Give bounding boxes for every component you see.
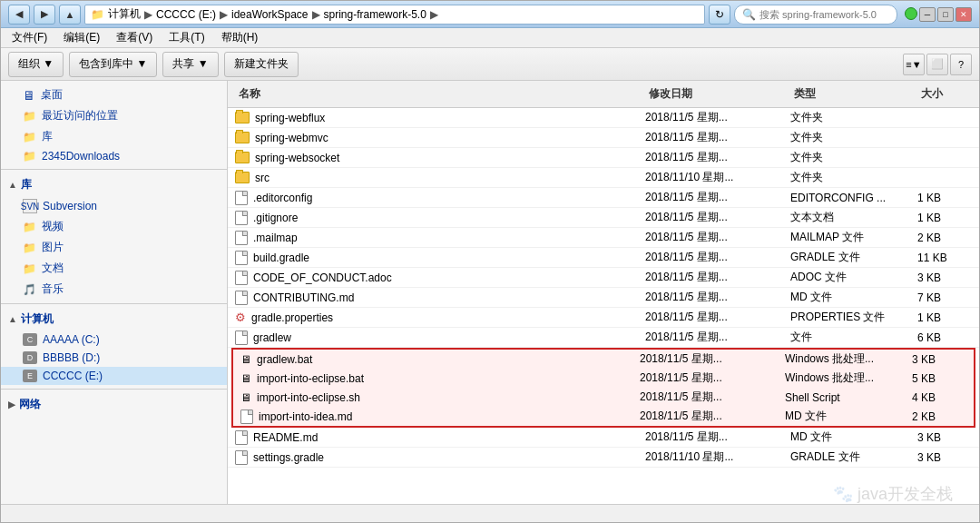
sidebar-item-drive-a[interactable]: C AAAAA (C:) (1, 331, 227, 349)
file-row-spring-webmvc[interactable]: spring-webmvc 2018/11/5 星期... 文件夹 (228, 128, 979, 148)
sidebar-item-images[interactable]: 📁 图片 (1, 237, 227, 258)
file-size-import-eclipse-bat: 5 KB (912, 372, 966, 385)
file-row-contributing[interactable]: CONTRIBUTING.md 2018/11/5 星期... MD 文件 7 … (228, 288, 979, 308)
search-icon: 🔍 (742, 8, 756, 21)
breadcrumb-drive[interactable]: CCCCC (E:) (156, 8, 216, 21)
file-name-cell: CONTRIBUTING.md (235, 291, 645, 305)
sidebar-section-library-label: 库 (21, 177, 32, 192)
file-row-import-eclipse-sh[interactable]: 🖥 import-into-eclipse.sh 2018/11/5 星期...… (233, 388, 974, 407)
sidebar-section-network[interactable]: ▶ 网络 (1, 393, 227, 416)
file-name-cell: gradlew (235, 331, 645, 345)
address-bar[interactable]: 📁 计算机 ▶ CCCCC (E:) ▶ ideaWorkSpace ▶ spr… (84, 5, 705, 25)
file-type-src: 文件夹 (790, 170, 917, 185)
sidebar-item-desktop[interactable]: 🖥 桌面 (1, 84, 227, 105)
file-date-import-eclipse-sh: 2018/11/5 星期... (640, 390, 785, 405)
file-row-src[interactable]: src 2018/11/10 星期... 文件夹 (228, 168, 979, 188)
sidebar-item-music[interactable]: 🎵 音乐 (1, 279, 227, 300)
sidebar-item-recent[interactable]: 📁 最近访问的位置 (1, 105, 227, 126)
file-name-cell: ⚙ gradle.properties (235, 311, 645, 324)
file-name-websocket: spring-websocket (255, 152, 339, 164)
organize-button[interactable]: 组织 ▼ (8, 52, 64, 77)
search-bar[interactable]: 🔍 (734, 5, 897, 25)
menu-file[interactable]: 文件(F) (5, 28, 54, 47)
file-type-gradle-properties: PROPERTIES 文件 (790, 310, 917, 325)
search-input[interactable] (760, 9, 887, 20)
file-row-gradle-properties[interactable]: ⚙ gradle.properties 2018/11/5 星期... PROP… (228, 308, 979, 328)
minimize-button[interactable]: ─ (919, 7, 936, 22)
menu-bar: 文件(F) 编辑(E) 查看(V) 工具(T) 帮助(H) (1, 28, 979, 48)
share-button[interactable]: 共享 ▼ (162, 52, 218, 77)
breadcrumb-workspace[interactable]: ideaWorkSpace (231, 8, 309, 21)
music-icon: 🎵 (23, 283, 36, 296)
sidebar-divider-2 (1, 303, 227, 304)
menu-view[interactable]: 查看(V) (109, 28, 160, 47)
file-row-spring-websocket[interactable]: spring-websocket 2018/11/5 星期... 文件夹 (228, 148, 979, 168)
view-toggle-button[interactable]: ≡▼ (903, 54, 925, 75)
menu-edit[interactable]: 编辑(E) (56, 28, 107, 47)
file-row-code-of-conduct[interactable]: CODE_OF_CONDUCT.adoc 2018/11/5 星期... ADO… (228, 268, 979, 288)
file-name-webmvc: spring-webmvc (255, 132, 328, 144)
sidebar-section-computer[interactable]: ▲ 计算机 (1, 308, 227, 331)
separator-4: ▶ (430, 8, 438, 21)
file-size-contributing: 7 KB (917, 291, 972, 304)
back-button[interactable]: ◀ (8, 5, 30, 25)
menu-help[interactable]: 帮助(H) (214, 28, 266, 47)
sidebar-item-drive-c[interactable]: E CCCCC (E:) (1, 367, 227, 385)
file-type-build-gradle: GRADLE 文件 (790, 250, 917, 265)
file-row-editorconfig[interactable]: .editorconfig 2018/11/5 星期... EDITORCONF… (228, 188, 979, 208)
file-row-build-gradle[interactable]: build.gradle 2018/11/5 星期... GRADLE 文件 1… (228, 248, 979, 268)
file-date-settings-gradle: 2018/11/10 星期... (645, 449, 790, 465)
bat-icon-gradlew: 🖥 (240, 353, 251, 366)
file-list-header: 名称 修改日期 类型 大小 (228, 81, 979, 108)
file-name-settings-gradle: settings.gradle (253, 451, 324, 464)
file-row-readme[interactable]: README.md 2018/11/5 星期... MD 文件 3 KB (228, 428, 979, 448)
file-type-websocket: 文件夹 (790, 150, 917, 165)
breadcrumb-current[interactable]: spring-framework-5.0 (324, 8, 426, 21)
file-icon-settings-gradle (235, 450, 248, 465)
forward-button[interactable]: ▶ (34, 5, 55, 25)
sidebar-item-drive-b[interactable]: D BBBBB (D:) (1, 349, 227, 367)
sidebar-item-documents[interactable]: 📁 文档 (1, 258, 227, 279)
file-row-gitignore[interactable]: .gitignore 2018/11/5 星期... 文本文档 1 KB (228, 208, 979, 228)
header-name[interactable]: 名称 (235, 84, 645, 104)
header-date[interactable]: 修改日期 (645, 84, 790, 104)
file-size-gradlew-bat: 3 KB (912, 353, 966, 366)
file-row-import-eclipse-bat[interactable]: 🖥 import-into-eclipse.bat 2018/11/5 星期..… (233, 369, 974, 388)
help-button[interactable]: ? (950, 54, 972, 75)
sidebar-item-downloads[interactable]: 📁 2345Downloads (1, 147, 227, 165)
sidebar-item-library-root[interactable]: 📁 库 (1, 126, 227, 147)
pane-button[interactable]: ⬜ (926, 54, 948, 75)
sidebar-item-subversion[interactable]: SVN Subversion (1, 196, 227, 216)
maximize-button[interactable]: □ (937, 7, 954, 22)
refresh-button[interactable]: ↻ (709, 5, 730, 25)
desktop-icon: 🖥 (23, 88, 35, 103)
documents-icon: 📁 (23, 262, 36, 275)
green-status-dot (905, 7, 917, 20)
header-type[interactable]: 类型 (790, 84, 917, 104)
file-row-mailmap[interactable]: .mailmap 2018/11/5 星期... MAILMAP 文件 2 KB (228, 228, 979, 248)
sidebar-item-video[interactable]: 📁 视频 (1, 216, 227, 237)
file-row-spring-webflux[interactable]: spring-webflux 2018/11/5 星期... 文件夹 (228, 108, 979, 128)
file-date-readme: 2018/11/5 星期... (645, 429, 790, 445)
file-date-gradlew-bat: 2018/11/5 星期... (640, 351, 785, 367)
file-name-cell: 🖥 import-into-eclipse.bat (240, 372, 640, 385)
breadcrumb-root[interactable]: 计算机 (108, 6, 141, 22)
menu-tools[interactable]: 工具(T) (162, 28, 211, 47)
up-button[interactable]: ▲ (59, 5, 81, 25)
sidebar-section-library[interactable]: ▲ 库 (1, 173, 227, 196)
header-size[interactable]: 大小 (917, 84, 972, 104)
file-row-gradlew[interactable]: gradlew 2018/11/5 星期... 文件 6 KB (228, 328, 979, 348)
new-folder-button[interactable]: 新建文件夹 (224, 52, 299, 77)
include-library-button[interactable]: 包含到库中 ▼ (69, 52, 157, 77)
close-button[interactable]: ✕ (956, 7, 972, 22)
file-icon-build-gradle (235, 251, 248, 265)
file-row-gradlew-bat[interactable]: 🖥 gradlew.bat 2018/11/5 星期... Windows 批处… (233, 350, 974, 369)
file-row-settings-gradle[interactable]: settings.gradle 2018/11/10 星期... GRADLE … (228, 448, 979, 468)
file-list: 名称 修改日期 类型 大小 spring-webflux 2018/11/5 星… (228, 81, 979, 504)
properties-icon: ⚙ (235, 311, 246, 324)
file-date-import-idea-md: 2018/11/5 星期... (640, 409, 785, 424)
file-row-import-idea-md[interactable]: import-into-idea.md 2018/11/5 星期... MD 文… (233, 407, 974, 426)
file-name-cell: spring-webmvc (235, 132, 645, 144)
file-type-webmvc: 文件夹 (790, 130, 917, 145)
file-date-webflux: 2018/11/5 星期... (645, 110, 790, 125)
